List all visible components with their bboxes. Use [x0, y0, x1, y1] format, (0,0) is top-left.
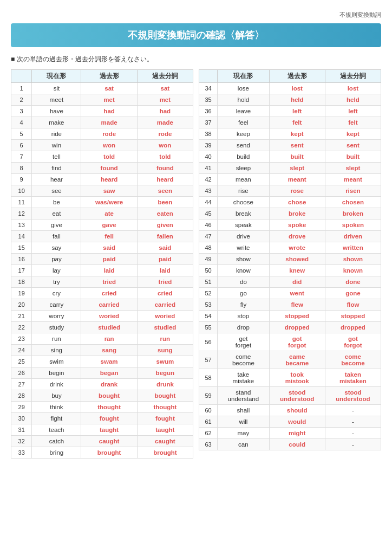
row-number: 43	[199, 185, 218, 197]
row-number: 51	[199, 276, 218, 288]
past-form: meant	[269, 174, 325, 185]
present-form: find	[32, 163, 81, 174]
present-form: leave	[218, 106, 269, 117]
row-number: 9	[11, 174, 32, 185]
table-row: 44choosechosechosen	[199, 197, 381, 208]
row-number: 8	[11, 163, 32, 174]
table-row: 46speakspokespoken	[199, 220, 381, 231]
past-form: laid	[81, 265, 137, 276]
present-form: stop	[218, 311, 269, 322]
row-number: 60	[199, 405, 218, 416]
table-row: 15saysaidsaid	[11, 242, 193, 254]
past-participle: left	[325, 106, 381, 117]
past-form: stopped	[269, 311, 325, 322]
table-row: 14fallfellfallen	[11, 231, 193, 242]
past-form: rode	[81, 128, 137, 140]
present-form: drink	[32, 379, 81, 390]
past-participle: woried	[137, 311, 193, 322]
past-participle: risen	[325, 185, 381, 197]
past-participle: built	[325, 151, 381, 163]
left-num-header	[11, 70, 32, 83]
present-form: stand understand	[218, 387, 269, 405]
past-form: caught	[81, 436, 137, 447]
past-form: got forgot	[269, 333, 325, 351]
past-form: had	[81, 106, 137, 117]
table-row: 4makemademade	[11, 117, 193, 128]
row-number: 10	[11, 185, 32, 197]
past-participle: sung	[137, 345, 193, 356]
past-participle: rode	[137, 128, 193, 140]
left-past-header: 過去形	[81, 70, 137, 83]
past-participle: eaten	[137, 208, 193, 220]
past-form: did	[269, 276, 325, 288]
past-participle: broken	[325, 208, 381, 220]
past-form: stood understood	[269, 387, 325, 405]
past-participle: done	[325, 276, 381, 288]
row-number: 20	[11, 299, 32, 311]
left-present-header: 現在形	[32, 70, 81, 83]
table-row: 17laylaidlaid	[11, 265, 193, 276]
right-pp-header: 過去分詞	[325, 70, 381, 83]
present-form: may	[218, 428, 269, 439]
present-form: fly	[218, 299, 269, 311]
table-row: 25swimswamswum	[11, 356, 193, 367]
present-form: run	[32, 333, 81, 345]
past-participle: had	[137, 106, 193, 117]
row-number: 39	[199, 140, 218, 151]
past-participle: brought	[137, 447, 193, 459]
present-form: write	[218, 242, 269, 254]
table-row: 12eatateeaten	[11, 208, 193, 220]
past-participle: shown	[325, 254, 381, 265]
table-row: 29thinkthoughtthought	[11, 402, 193, 413]
past-form: saw	[81, 185, 137, 197]
row-number: 24	[11, 345, 32, 356]
table-row: 3havehadhad	[11, 106, 193, 117]
row-number: 41	[199, 163, 218, 174]
present-form: rise	[218, 185, 269, 197]
past-form: took mistook	[269, 369, 325, 387]
right-present-header: 現在形	[218, 70, 269, 83]
row-number: 47	[199, 231, 218, 242]
table-row: 35holdheldheld	[199, 94, 381, 106]
table-row: 43riseroserisen	[199, 185, 381, 197]
table-row: 2meetmetmet	[11, 94, 193, 106]
row-number: 5	[11, 128, 32, 140]
past-participle: bought	[137, 390, 193, 402]
page-label: 不規則変換動詞	[11, 11, 381, 19]
left-pp-header: 過去分詞	[137, 70, 193, 83]
present-form: feel	[218, 117, 269, 128]
row-number: 36	[199, 106, 218, 117]
present-form: see	[32, 185, 81, 197]
present-form: lay	[32, 265, 81, 276]
table-row: 13givegavegiven	[11, 220, 193, 231]
present-form: begin	[32, 367, 81, 379]
row-number: 63	[199, 439, 218, 450]
row-number: 3	[11, 106, 32, 117]
row-number: 50	[199, 265, 218, 276]
table-row: 6winwonwon	[11, 140, 193, 151]
present-form: show	[218, 254, 269, 265]
row-number: 26	[11, 367, 32, 379]
present-form: make	[32, 117, 81, 128]
row-number: 57	[199, 351, 218, 369]
past-participle: taught	[137, 424, 193, 436]
past-form: flew	[269, 299, 325, 311]
past-form: tried	[81, 276, 137, 288]
past-form: said	[81, 242, 137, 254]
past-form: brought	[81, 447, 137, 459]
table-row: 47drivedrovedriven	[199, 231, 381, 242]
past-participle: driven	[325, 231, 381, 242]
row-number: 53	[199, 299, 218, 311]
present-form: know	[218, 265, 269, 276]
row-number: 38	[199, 128, 218, 140]
past-form: knew	[269, 265, 325, 276]
present-form: choose	[218, 197, 269, 208]
row-number: 1	[11, 83, 32, 94]
table-row: 5rideroderode	[11, 128, 193, 140]
past-participle: drunk	[137, 379, 193, 390]
row-number: 31	[11, 424, 32, 436]
row-number: 58	[199, 369, 218, 387]
past-participle: slept	[325, 163, 381, 174]
present-form: keep	[218, 128, 269, 140]
present-form: come become	[218, 351, 269, 369]
